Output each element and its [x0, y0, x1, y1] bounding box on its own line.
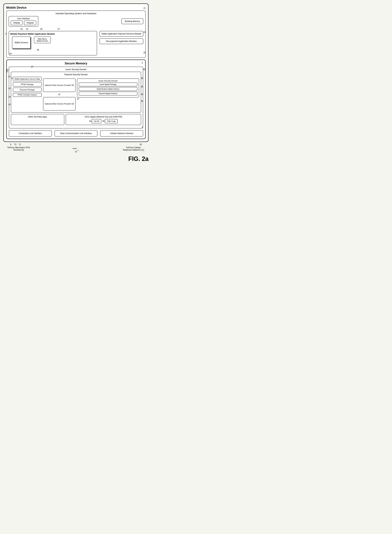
shortcut-side: 19 Wallet Application Payment Shortcut M… [99, 31, 143, 44]
ref-34: 34 [89, 120, 91, 122]
ref-8: 8 [5, 33, 7, 35]
third-party-row: 44 Other 3rd Party Apps UICC Applet (Net… [11, 114, 141, 125]
mobile-device-box: Mobile Device Handset Operating System a… [3, 3, 149, 142]
payment-applet-box: Payment Applet Instance [79, 92, 137, 95]
ref-4: 4 [142, 62, 143, 64]
payment-domain-box: Payment Security Domain 32 6 Wallet Appl… [11, 72, 141, 113]
ref-43: 43 [9, 96, 11, 98]
wallet-area: 8 Mobile Payment Wallet Application Modu… [9, 31, 143, 55]
fig-label: FIG. 2a [3, 155, 149, 162]
issuer-sd-inner: Issuer Security Domain 36 Issuer Applet … [77, 78, 139, 98]
ref-72: ⌐⌐_ 72 [73, 146, 79, 153]
ref-numbers-bottom-left: 9 73 71 [10, 143, 21, 146]
user-interface-group: User Interface Display Keypad [9, 16, 38, 27]
ui-inner-row: Display Keypad [11, 20, 36, 25]
optional-sd-2: Optional Other Service Provider SD [43, 97, 76, 110]
ref-21: 21 [144, 7, 146, 9]
ref-42: 42 [9, 103, 11, 106]
ref-25: 25 [40, 28, 42, 30]
casd-group: 34 CA SD [89, 119, 101, 123]
bottom-interfaces: Contactless Link Interface Data Communic… [9, 130, 143, 137]
ref-3: 3 [142, 126, 143, 129]
ref-6: 6 [11, 77, 13, 79]
bottom-labels-row: 9 73 71 33 [3, 143, 149, 146]
data-comm-interface-box: Data Communication Link Interface [55, 130, 98, 137]
ref-45: 45 [143, 68, 145, 71]
third-party-box: Other 3rd Party Apps [11, 114, 64, 125]
page-container: 28 Mobile Device Handset Operating Syste… [3, 3, 149, 162]
ref-72-label: 72 [75, 151, 77, 153]
ref-37a: 37 [43, 93, 76, 96]
payment-package-box: Payment Package [13, 88, 42, 92]
contactless-interface-box: Contactless Link Interface [9, 130, 52, 137]
uicc-box: UICC Applet (Network Key and GSM PIN) 45… [66, 114, 141, 125]
ref-36: 36 [141, 77, 143, 79]
optional-sd-1: Optional Other Service Provider SD [43, 78, 76, 92]
wallet-secure-data-box: Wallet Application Secure Data [13, 77, 42, 81]
wallet-app-box: Mobile Payment Wallet Application Module… [9, 31, 97, 55]
ref-row-1: 23 22 25 27 [9, 28, 143, 30]
display-box: Display [11, 20, 23, 25]
ref-35: 35 [102, 120, 104, 122]
payment-domain-label: Payment Security Domain [13, 73, 139, 76]
ref-32: 32 [8, 75, 10, 78]
ref-26: 26 [37, 49, 39, 51]
shortcut-module-box: Wallet Application Payment Shortcut Modu… [99, 31, 143, 37]
issuer-domain-box: Issuer Security Domain 31 Payment Securi… [9, 67, 143, 129]
ssd-code-box: SSD Code [105, 119, 118, 123]
ref-33: 33 [140, 143, 142, 146]
ref-41: 41 [9, 87, 11, 90]
cellular-label: To/From Cellular Telephone Network (11) [121, 146, 145, 153]
ui-row: User Interface Display Keypad Working Me… [9, 16, 143, 27]
merchant-label: To/From Merchant's POS Terminal (5) [7, 146, 30, 153]
cellular-interface-box: Cellular Network Interface [100, 130, 143, 137]
issuer-sd-inner-label: Issuer Security Domain [79, 80, 137, 82]
keypad-box: Keypad [24, 20, 36, 25]
ref-71: 71 [19, 143, 21, 146]
ref-27: 27 [58, 28, 60, 30]
main-menu-box: Main Menu Wallet Screen [34, 37, 51, 43]
ref-37c: 37 [31, 66, 33, 68]
signal-icon: ⌐⌐_ [73, 146, 79, 151]
ref-44: 44 [6, 69, 8, 71]
uicc-label: UICC Applet (Network Key and GSM PIN) [84, 116, 122, 118]
issuer-domain-label: Issuer Security Domain [11, 68, 141, 71]
ref-40: 40 [141, 100, 143, 102]
bottom-text-row: To/From Merchant's POS Terminal (5) ⌐⌐_ … [3, 146, 149, 153]
main-menu-label: Main Menu Wallet Screen [37, 38, 48, 42]
issuer-applet-box: Issuer Applet Package [79, 82, 137, 86]
ppse-controller-box: PPSE Controller Instance [13, 93, 42, 97]
working-memory-box: Working Memory [121, 19, 143, 24]
wallet-app-label: Mobile Payment Wallet Application Module [10, 33, 95, 35]
ref-19: 19 [144, 31, 146, 33]
ref-9: 9 [10, 143, 11, 146]
ref-29: 29 [144, 51, 146, 54]
ppse-package-box: PPSE Package [13, 82, 42, 86]
ref-23: 23 [20, 28, 23, 30]
ssd-group: 35 SSD Code [102, 119, 118, 123]
handset-box: Handset Operating System and Hardware Us… [6, 10, 146, 58]
left-col: 6 Wallet Application Secure Data PPSE Pa… [13, 77, 42, 97]
ref-73-label: 73 [14, 143, 16, 146]
non-payment-box: Non-payment Application Modules [99, 38, 143, 44]
uicc-inner-row: 34 CA SD 35 SSD Code [67, 119, 140, 123]
issuer-sd-area: Issuer Security Domain 36 Issuer Applet … [77, 78, 139, 100]
ref-22: 22 [26, 28, 28, 30]
secure-memory-label: Secure Memory [9, 62, 143, 65]
casd-box: CA SD [92, 119, 101, 123]
ref-24: 24 [9, 52, 11, 55]
wallet-screens-card: Wallet Screens [12, 37, 31, 49]
ref-37b: 37 [77, 98, 139, 100]
optional-sds: Optional Other Service Provider SD 37 Op… [43, 78, 76, 110]
ref-46: 46 [141, 93, 143, 95]
ref-38: 38 [141, 86, 143, 88]
mobile-device-label: Mobile Device [6, 6, 146, 10]
secure-memory-box: Secure Memory 4 Issuer Security Domain 3… [6, 59, 146, 139]
auth-applet-box: Authentication Applet Instance [79, 87, 137, 91]
wallet-screens-area: Wallet Screens Main Menu Wallet Screen [12, 37, 95, 52]
ui-group-label: User Interface [11, 17, 36, 20]
payment-domain-inner: 6 Wallet Application Secure Data PPSE Pa… [13, 77, 139, 110]
wallet-screens-label: Wallet Screens [14, 41, 28, 44]
handset-label: Handset Operating System and Hardware [9, 12, 143, 15]
